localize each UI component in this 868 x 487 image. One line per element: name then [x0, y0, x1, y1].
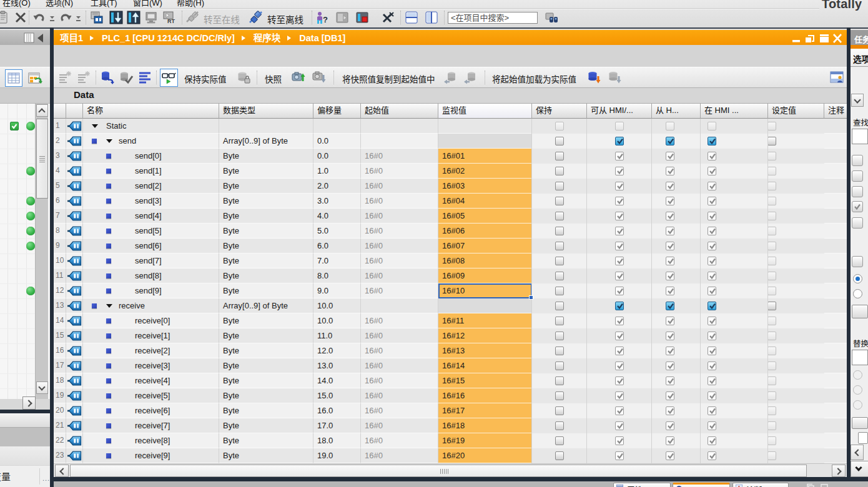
name-cell[interactable]: send[8] — [83, 268, 219, 283]
table-row-send[interactable]: 2sendArray[0..9] of Byte0.0 — [54, 134, 847, 149]
name-cell[interactable]: send[2] — [83, 179, 219, 194]
collapse-arrow-icon[interactable] — [106, 304, 112, 311]
tab-diagnostics[interactable]: 诊断 — [732, 483, 789, 487]
checkbox-hmi-accessible[interactable] — [615, 182, 624, 190]
monitor-value-cell[interactable]: 16#02 — [438, 164, 532, 179]
tree-scroll-down-button[interactable] — [36, 381, 48, 394]
find-option-whole-words[interactable] — [852, 155, 863, 166]
find-option-find-in-substructures[interactable] — [852, 186, 863, 197]
monitor-value-cell[interactable] — [438, 119, 532, 134]
comment-cell[interactable] — [824, 253, 847, 268]
table-row-receive[5][interactable]: 19receive[5]Byte15.016#016#16 — [54, 388, 847, 403]
header-monitor-value[interactable]: 监视值 — [438, 104, 532, 119]
table-row-receive[interactable]: 13receiveArray[0..9] of Byte10.0 — [54, 298, 847, 313]
table-scrollbar-thumb[interactable] — [70, 465, 807, 477]
type-cell[interactable]: Byte — [219, 448, 313, 463]
offset-cell[interactable]: 10.0 — [313, 298, 361, 313]
header-hmi-writable[interactable]: 从 H... — [652, 104, 701, 119]
offset-cell[interactable]: 4.0 — [313, 209, 361, 224]
monitor-value-cell[interactable]: 16#18 — [438, 418, 532, 433]
start-value-cell[interactable]: 16#0 — [361, 268, 438, 283]
checkbox-hmi-accessible[interactable] — [615, 302, 624, 310]
row-name[interactable]: receive[4] — [135, 373, 170, 388]
name-cell[interactable]: receive[3] — [83, 358, 219, 373]
breadcrumb-project[interactable]: 项目1 — [60, 30, 83, 46]
checkbox-retain[interactable] — [555, 391, 564, 400]
checkbox-hmi-visible[interactable] — [708, 451, 716, 460]
checkbox-retain[interactable] — [555, 287, 564, 295]
start-value-cell[interactable]: 16#0 — [361, 224, 438, 239]
find-option-use-regex[interactable] — [852, 256, 863, 267]
type-cell[interactable]: Byte — [219, 194, 313, 209]
name-cell[interactable]: send[0] — [83, 149, 219, 164]
row-name[interactable]: send[2] — [135, 179, 162, 193]
checkbox-hmi-writable[interactable] — [666, 137, 674, 145]
copy-snapshot-label[interactable]: 将快照值复制到起始值中 — [342, 72, 435, 85]
checkbox-retain[interactable] — [555, 197, 564, 205]
restore-icon[interactable] — [805, 30, 814, 46]
checkbox-setpoint[interactable] — [767, 227, 776, 235]
expand-members-icon[interactable] — [137, 70, 152, 85]
type-cell[interactable]: Byte — [219, 164, 313, 179]
retain-icon[interactable] — [236, 70, 251, 85]
checkbox-hmi-writable[interactable] — [666, 451, 674, 460]
comment-cell[interactable] — [824, 224, 847, 239]
monitor-value-cell[interactable]: 16#03 — [438, 179, 532, 194]
row-name[interactable]: receive[2] — [135, 343, 170, 358]
type-cell[interactable] — [219, 119, 313, 134]
row-name[interactable]: send[6] — [135, 239, 162, 253]
comment-cell[interactable] — [824, 283, 847, 298]
row-name[interactable]: receive[8] — [135, 433, 170, 448]
split-vertical-icon[interactable] — [425, 11, 438, 24]
checkbox-hmi-accessible[interactable] — [615, 436, 624, 445]
verify-db-icon[interactable] — [119, 70, 134, 85]
row-name[interactable]: send[7] — [135, 253, 162, 268]
monitor-value-cell[interactable]: 16#14 — [438, 358, 532, 373]
type-cell[interactable]: Byte — [219, 418, 313, 433]
offset-cell[interactable] — [313, 119, 361, 134]
row-name[interactable]: receive[7] — [135, 418, 170, 433]
table-row-send[6][interactable]: 9send[6]Byte6.016#016#07 — [54, 239, 847, 253]
type-cell[interactable]: Byte — [219, 283, 313, 298]
checkbox-hmi-visible[interactable] — [708, 167, 716, 175]
menu-options[interactable]: 选项(N) — [46, 0, 73, 8]
inspector-divider[interactable] — [54, 477, 868, 481]
monitor-value-cell[interactable]: 16#16 — [438, 388, 532, 403]
table-row-send[4][interactable]: 7send[4]Byte4.016#016#05 — [54, 209, 847, 224]
name-cell[interactable]: send[5] — [83, 224, 219, 239]
table-row-receive[2][interactable]: 16receive[2]Byte12.016#016#13 — [54, 343, 847, 358]
table-row-receive[6][interactable]: 20receive[6]Byte16.016#016#17 — [54, 403, 847, 418]
checkbox-setpoint[interactable] — [767, 362, 776, 370]
checkbox-retain[interactable] — [555, 167, 564, 175]
find-replace-collapse-button[interactable] — [851, 94, 864, 107]
checkbox-hmi-writable[interactable] — [666, 182, 674, 190]
copy-snapshot-icon[interactable] — [443, 70, 458, 85]
table-scroll-left-button[interactable] — [55, 465, 69, 477]
replace-input[interactable] — [852, 350, 868, 365]
comment-cell[interactable] — [824, 239, 847, 253]
go-online-label[interactable]: 转至在线 — [204, 12, 240, 26]
checkbox-hmi-visible[interactable] — [708, 272, 716, 280]
checkbox-hmi-writable[interactable] — [666, 362, 674, 370]
find-option-use-wildcards[interactable] — [852, 217, 863, 229]
type-cell[interactable]: Byte — [219, 328, 313, 343]
stop-cpu-rt-icon[interactable]: RT — [162, 11, 175, 24]
table-row-receive[0][interactable]: 14receive[0]Byte10.016#016#11 — [54, 313, 847, 328]
monitor-value-cell[interactable]: 16#13 — [438, 343, 532, 358]
go-online-icon[interactable] — [185, 11, 199, 24]
comment-cell[interactable] — [824, 328, 847, 343]
checkbox-hmi-writable[interactable] — [666, 122, 674, 130]
comment-cell[interactable] — [824, 388, 847, 403]
start-cpu-icon[interactable] — [144, 11, 158, 24]
start-value-cell[interactable] — [361, 134, 438, 149]
type-cell[interactable]: Byte — [219, 209, 313, 224]
checkbox-retain[interactable] — [555, 436, 564, 445]
checkbox-hmi-writable[interactable] — [666, 317, 674, 325]
breadcrumb-plc[interactable]: PLC_1 [CPU 1214C DC/DC/Rly] — [102, 30, 235, 46]
checkbox-setpoint[interactable] — [767, 242, 776, 250]
checkbox-hmi-writable[interactable] — [666, 347, 674, 355]
checkbox-hmi-writable[interactable] — [666, 212, 674, 220]
checkbox-setpoint[interactable] — [767, 436, 776, 445]
name-cell[interactable]: receive — [83, 298, 219, 313]
inspector-minimize-icon[interactable] — [834, 483, 842, 487]
